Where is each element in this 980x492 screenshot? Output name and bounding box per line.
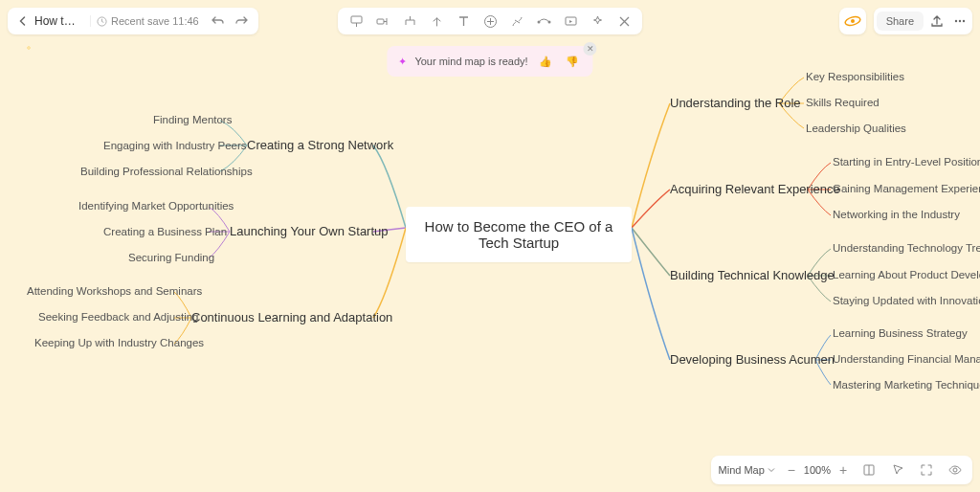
- fullscreen-button[interactable]: [917, 460, 936, 480]
- redo-button[interactable]: [232, 11, 251, 31]
- branch-node[interactable]: Launching Your Own Startup: [230, 224, 389, 238]
- leaf-node[interactable]: Identifying Market Opportunities: [78, 200, 234, 212]
- zoom-level: 100%: [804, 464, 831, 476]
- leaf-node[interactable]: Securing Funding: [128, 252, 214, 263]
- center-node[interactable]: How to Become the CEO of a Tech Startup: [406, 207, 632, 262]
- save-text: Recent save 11:46: [111, 15, 199, 27]
- leaf-node[interactable]: Key Responsibilities: [806, 71, 904, 82]
- clock-icon: [97, 16, 107, 27]
- leaf-node[interactable]: Seeking Feedback and Adjusting: [38, 311, 199, 323]
- tools-button[interactable]: [613, 11, 635, 32]
- zoom-in-button[interactable]: +: [836, 462, 850, 478]
- zoom-out-button[interactable]: −: [785, 462, 798, 478]
- svg-point-9: [955, 20, 957, 22]
- branch-node[interactable]: Building Technical Knowledge: [670, 268, 835, 282]
- svg-point-11: [963, 20, 965, 22]
- floating-button[interactable]: [426, 11, 447, 32]
- app-logo[interactable]: [839, 8, 866, 34]
- leaf-node[interactable]: Staying Updated with Innovations: [833, 295, 980, 306]
- view-button[interactable]: [946, 460, 965, 480]
- branch-node[interactable]: Developing Business Acumen: [670, 352, 835, 367]
- share-group: Share: [874, 8, 972, 34]
- ready-notification: ✦ Your mind map is ready! 👍 👎 ✕: [387, 46, 592, 77]
- leaf-node[interactable]: Finding Mentors: [153, 114, 220, 125]
- share-button[interactable]: Share: [877, 11, 924, 31]
- leaf-node[interactable]: Gaining Management Experience: [833, 183, 980, 194]
- svg-point-13: [953, 468, 957, 472]
- svg-point-8: [851, 19, 855, 23]
- svg-rect-2: [377, 19, 384, 24]
- thumbs-up-button[interactable]: 👍: [536, 52, 555, 71]
- svg-point-10: [959, 20, 961, 22]
- zoom-controls: − 100% +: [785, 462, 850, 478]
- notification-text: Your mind map is ready!: [414, 56, 527, 67]
- branch-node[interactable]: Creating a Strong Network: [247, 138, 393, 152]
- present-button[interactable]: [560, 11, 581, 32]
- leaf-node[interactable]: Creating a Business Plan: [103, 226, 227, 237]
- chevron-down-icon: [768, 466, 775, 474]
- leaf-node[interactable]: Attending Workshops and Seminars: [27, 285, 202, 297]
- add-parent-button[interactable]: [399, 11, 420, 32]
- save-status: Recent save 11:46: [90, 15, 205, 27]
- undo-button[interactable]: [209, 11, 228, 31]
- panel-button[interactable]: [859, 460, 879, 480]
- view-selector[interactable]: Mind Map: [719, 464, 775, 476]
- document-title[interactable]: How to ...: [34, 14, 80, 28]
- leaf-node[interactable]: Understanding Technology Trends: [833, 242, 980, 254]
- cursor-button[interactable]: [888, 460, 907, 480]
- sparkle-icon: ✦: [398, 56, 407, 68]
- leaf-node[interactable]: Skills Required: [806, 97, 880, 108]
- relation-button[interactable]: [533, 11, 554, 32]
- leaf-node[interactable]: Networking in the Industry: [833, 209, 960, 220]
- svg-rect-1: [351, 16, 362, 23]
- text-button[interactable]: [453, 11, 474, 32]
- branch-node[interactable]: Understanding the Role: [670, 96, 801, 110]
- main-toolbar: [338, 8, 642, 34]
- ai-button[interactable]: [587, 11, 608, 32]
- link-button[interactable]: [506, 11, 527, 32]
- add-button[interactable]: [479, 11, 501, 32]
- leaf-node[interactable]: Mastering Marketing Techniques: [833, 379, 980, 391]
- svg-point-4: [537, 20, 540, 23]
- leaf-node[interactable]: Leadership Qualities: [806, 123, 906, 134]
- top-right-bar: Share: [839, 8, 972, 34]
- leaf-node[interactable]: Learning Business Strategy: [833, 327, 968, 339]
- export-button[interactable]: [927, 11, 947, 31]
- top-left-bar: How to ... Recent save 11:46: [8, 8, 258, 34]
- add-sibling-button[interactable]: [345, 11, 367, 32]
- leaf-node[interactable]: Starting in Entry-Level Positions: [833, 156, 980, 168]
- leaf-node[interactable]: Keeping Up with Industry Changes: [34, 337, 204, 348]
- back-button[interactable]: [15, 13, 31, 29]
- leaf-node[interactable]: Understanding Financial Management: [833, 353, 980, 365]
- add-child-button[interactable]: [372, 11, 393, 32]
- branch-node[interactable]: Acquiring Relevant Experience: [670, 182, 840, 196]
- leaf-node[interactable]: Engaging with Industry Peers: [103, 140, 247, 151]
- svg-point-5: [547, 20, 550, 23]
- branch-node[interactable]: Continuous Learning and Adaptation: [191, 310, 392, 324]
- leaf-node[interactable]: Building Professional Relationships: [80, 166, 253, 177]
- thumbs-down-button[interactable]: 👎: [563, 52, 582, 71]
- leaf-node[interactable]: Learning About Product Development: [833, 269, 980, 280]
- bottom-bar: Mind Map − 100% +: [711, 456, 972, 484]
- more-button[interactable]: [950, 11, 969, 31]
